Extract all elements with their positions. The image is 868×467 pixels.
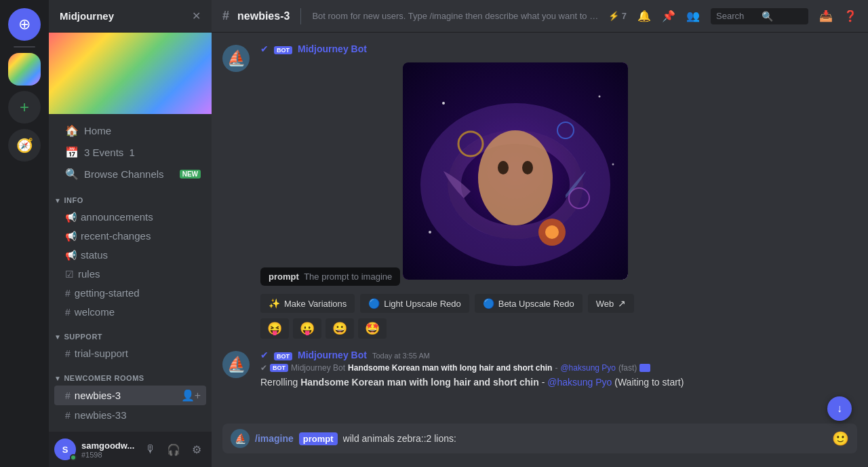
notice-bot-badge: BOT (270, 364, 288, 372)
browse-channels-label: Browse Channels (84, 168, 164, 180)
scroll-to-bottom-button[interactable]: ↓ (827, 396, 852, 421)
section-support[interactable]: ▼ SUPPORT (49, 322, 212, 343)
members-list-icon[interactable]: 👥 (686, 10, 700, 22)
emoji-picker-button[interactable]: 🙂 (832, 430, 849, 447)
reroll-subject: Handsome Korean man with long hair and s… (300, 377, 539, 388)
svg-point-13 (612, 164, 614, 166)
hash-icon-3: # (65, 348, 71, 359)
prompt-text: The prompt to imagine (304, 272, 392, 282)
home-icon: 🏠 (65, 124, 79, 137)
beta-upscale-redo-button[interactable]: 🔵 Beta Upscale Redo (475, 294, 583, 313)
channel-getting-started[interactable]: # getting-started (54, 284, 206, 302)
message-author-2: Midjourney Bot (298, 350, 367, 360)
notice-dash: - (555, 363, 557, 373)
reaction-grimace[interactable]: 😝 (260, 318, 289, 339)
server-list: ⊕ + 🧭 (0, 0, 49, 467)
user-info: samgoodw... #1598 (81, 441, 136, 459)
channel-announcements-label: announcements (81, 211, 153, 223)
search-bar[interactable]: Search 🔍 (711, 8, 808, 24)
events-label: 3 Events (84, 147, 123, 158)
channel-newbies-33-label: newbies-33 (75, 409, 127, 421)
channel-trial-support[interactable]: # trial-support (54, 344, 206, 362)
home-label: Home (84, 125, 111, 136)
message-time-2: Today at 3:55 AM (372, 352, 430, 360)
section-newcomer-label: NEWCOMER ROOMS (64, 374, 144, 382)
user-controls: 🎙 🎧 ⚙ (141, 440, 206, 459)
channel-newbies-33[interactable]: # newbies-33 (54, 406, 206, 424)
channel-getting-started-label: getting-started (75, 287, 140, 299)
explore-servers-button[interactable]: 🧭 (8, 129, 41, 162)
reaction-tongue[interactable]: 😛 (293, 318, 321, 339)
server-header[interactable]: Midjourney ✕ (49, 0, 212, 33)
input-area: ⛵ /imagine prompt 🙂 (212, 424, 868, 467)
main-content: # newbies-3 Bot room for new users. Type… (212, 0, 868, 467)
emoji-reactions: 😝 😛 😀 🤩 (260, 318, 857, 339)
channel-header-name: newbies-3 (237, 10, 290, 22)
message-input-container: ⛵ /imagine prompt 🙂 (222, 424, 857, 453)
message-group-1: ⛵ ✔ BOT Midjourney Bot prompt The prompt… (222, 43, 857, 339)
svg-point-4 (498, 161, 509, 174)
web-button[interactable]: Web ↗ (588, 294, 635, 313)
help-icon[interactable]: ❓ (844, 10, 857, 22)
bot-avatar-2: ⛵ (222, 351, 250, 378)
channel-header: # newbies-3 Bot room for new users. Type… (212, 0, 868, 33)
message-header-2: ✔ BOT Midjourney Bot Today at 3:55 AM (260, 350, 857, 360)
channel-status-label: status (81, 249, 108, 261)
channel-newbies-3-label: newbies-3 (75, 390, 121, 401)
image-thumb-icon (639, 364, 650, 372)
reaction-star-eyes[interactable]: 🤩 (358, 318, 387, 339)
channel-status[interactable]: 📢 status (54, 246, 206, 264)
channel-rules-label: rules (78, 268, 100, 280)
support-section-arrow: ▼ (54, 333, 61, 341)
message-content-2: ✔ BOT Midjourney Bot Today at 3:55 AM ✔ … (260, 350, 857, 390)
ai-image (403, 62, 628, 280)
pin-icon[interactable]: 📌 (662, 10, 675, 22)
username: samgoodw... (81, 441, 136, 451)
prompt-tag: prompt (299, 432, 338, 445)
image-svg (403, 62, 628, 280)
user-area: S samgoodw... #1598 🎙 🎧 ⚙ (49, 432, 212, 467)
hash-icon-2: # (65, 307, 71, 318)
channel-rules[interactable]: ☑ rules (54, 265, 206, 283)
member-count: ⚡ 7 (608, 11, 627, 21)
deafen-button[interactable]: 🎧 (164, 440, 183, 459)
make-variations-button[interactable]: ✨ Make Variations (260, 294, 355, 313)
messages-area: ⛵ ✔ BOT Midjourney Bot prompt The prompt… (212, 33, 868, 424)
beta-upscale-icon: 🔵 (483, 298, 494, 309)
channel-list: 🏠 Home 📅 3 Events 1 🔍 Browse Channels NE… (49, 114, 212, 432)
events-icon: 📅 (65, 146, 79, 159)
mute-channel-icon[interactable]: 🔔 (637, 10, 651, 22)
header-divider (300, 8, 301, 24)
section-info[interactable]: ▼ INFO (49, 185, 212, 207)
add-server-button[interactable]: + (8, 91, 41, 124)
server-banner (49, 33, 212, 114)
section-info-label: INFO (64, 196, 83, 204)
user-tag: #1598 (81, 451, 136, 459)
channel-welcome[interactable]: # welcome (54, 303, 206, 321)
section-newcomer[interactable]: ▼ NEWCOMER ROOMS (49, 363, 212, 385)
slash-command-label: /imagine (255, 433, 294, 444)
browse-icon: 🔍 (65, 168, 79, 181)
bot-badge-2: BOT (274, 352, 292, 360)
sidebar-item-events[interactable]: 📅 3 Events 1 (54, 142, 206, 163)
inbox-icon[interactable]: 📥 (819, 10, 833, 22)
reaction-grin[interactable]: 😀 (326, 318, 354, 339)
sidebar-item-browse-channels[interactable]: 🔍 Browse Channels NEW (54, 164, 206, 185)
channel-recent-changes[interactable]: 📢 recent-changes (54, 227, 206, 245)
header-icons: ⚡ 7 🔔 📌 👥 Search 🔍 📥 ❓ (608, 8, 857, 24)
channel-newbies-3[interactable]: # newbies-3 👤+ (54, 386, 206, 405)
light-upscale-redo-button[interactable]: 🔵 Light Upscale Redo (360, 294, 469, 313)
discord-home-button[interactable]: ⊕ (8, 8, 41, 41)
external-link-icon: ↗ (618, 298, 626, 309)
member-count-icon: ⚡ (608, 11, 619, 21)
web-label: Web (596, 299, 614, 309)
verified-icon-1: ✔ (260, 43, 269, 54)
settings-button[interactable]: ⚙ (187, 440, 206, 459)
channel-announcements[interactable]: 📢 announcements (54, 208, 206, 226)
message-content-1: ✔ BOT Midjourney Bot prompt The prompt t… (260, 43, 857, 339)
sidebar-item-home[interactable]: 🏠 Home (54, 120, 206, 141)
image-attachment[interactable] (403, 62, 628, 280)
message-input[interactable] (343, 433, 827, 444)
mute-button[interactable]: 🎙 (141, 440, 160, 459)
midjourney-server-icon[interactable] (8, 53, 41, 86)
